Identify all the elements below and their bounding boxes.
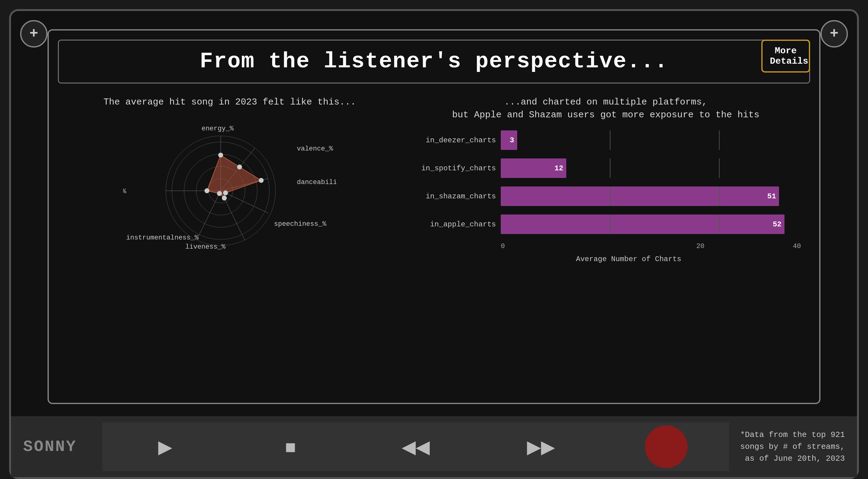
svg-text:valence_%: valence_% bbox=[297, 145, 334, 153]
svg-text:instrumentalness_%: instrumentalness_% bbox=[126, 234, 199, 242]
stop-button[interactable]: ■ bbox=[228, 422, 353, 471]
right-panel-title: ...and charted on multiple platforms, bu… bbox=[452, 96, 760, 121]
x-tick-40: 40 bbox=[793, 243, 801, 250]
controls: ▶ ■ ◀◀ ▶▶ bbox=[102, 422, 729, 471]
brand-label: SONNY bbox=[23, 438, 102, 456]
svg-point-13 bbox=[218, 153, 223, 158]
left-panel-title: The average hit song in 2023 felt like t… bbox=[104, 96, 356, 108]
bar-label-spotify: in_spotify_charts bbox=[410, 164, 496, 172]
right-panel: ...and charted on multiple platforms, bu… bbox=[410, 96, 801, 391]
bar-chart: in_deezer_charts 3 in_spotify_charts bbox=[410, 130, 801, 263]
svg-marker-12 bbox=[207, 155, 261, 198]
radar-chart: energy_% valence_% danceability_% speech… bbox=[123, 118, 337, 270]
top-right-corner-button[interactable]: + bbox=[820, 20, 848, 47]
bar-track-shazam: 51 bbox=[501, 187, 801, 206]
more-details-button[interactable]: More Details bbox=[761, 40, 810, 72]
svg-text:danceability_%: danceability_% bbox=[297, 179, 337, 186]
svg-point-19 bbox=[205, 188, 209, 193]
play-button[interactable]: ▶ bbox=[102, 422, 228, 471]
bar-row-apple: in_apple_charts 52 bbox=[410, 215, 801, 234]
title-banner: From the listener's perspective... bbox=[58, 40, 810, 84]
stop-icon: ■ bbox=[285, 436, 296, 457]
bar-fill-apple: 52 bbox=[501, 215, 784, 234]
bar-label-deezer: in_deezer_charts bbox=[410, 136, 496, 145]
bar-row-spotify: in_spotify_charts 12 bbox=[410, 158, 801, 178]
svg-point-16 bbox=[223, 190, 228, 195]
bar-track-apple: 52 bbox=[501, 215, 801, 234]
svg-point-17 bbox=[222, 196, 227, 200]
footnote: *Data from the top 921 songs by # of str… bbox=[729, 429, 845, 465]
svg-text:speechiness_%: speechiness_% bbox=[274, 220, 327, 228]
bar-row-deezer: in_deezer_charts 3 bbox=[410, 130, 801, 150]
svg-point-15 bbox=[259, 178, 264, 183]
bar-fill-shazam: 51 bbox=[501, 187, 779, 206]
svg-point-18 bbox=[217, 191, 222, 196]
bar-fill-spotify: 12 bbox=[501, 158, 566, 178]
rewind-icon: ◀◀ bbox=[402, 436, 430, 457]
record-button[interactable] bbox=[604, 422, 729, 471]
bar-label-shazam: in_shazam_charts bbox=[410, 192, 496, 200]
play-icon: ▶ bbox=[158, 436, 172, 457]
svg-text:energy_%: energy_% bbox=[202, 125, 234, 132]
fast-forward-icon: ▶▶ bbox=[527, 436, 555, 457]
rewind-button[interactable]: ◀◀ bbox=[353, 422, 478, 471]
svg-line-8 bbox=[221, 191, 268, 213]
fast-forward-button[interactable]: ▶▶ bbox=[478, 422, 604, 471]
top-left-corner-button[interactable]: + bbox=[20, 20, 48, 47]
main-frame: + + From the listener's perspective... M… bbox=[9, 9, 859, 479]
left-panel: The average hit song in 2023 felt like t… bbox=[67, 96, 392, 391]
bar-row-shazam: in_shazam_charts 51 bbox=[410, 187, 801, 206]
page-title: From the listener's perspective... bbox=[71, 49, 797, 74]
footer: SONNY ▶ ■ ◀◀ ▶▶ *Data from the top 921 s… bbox=[11, 416, 857, 477]
content-area: The average hit song in 2023 felt like t… bbox=[49, 84, 819, 403]
bar-fill-deezer: 3 bbox=[501, 130, 517, 150]
inner-frame: From the listener's perspective... More … bbox=[48, 29, 820, 404]
bar-label-apple: in_apple_charts bbox=[410, 220, 496, 228]
x-tick-20: 20 bbox=[696, 243, 704, 250]
svg-text:liveness_%: liveness_% bbox=[185, 243, 226, 251]
svg-point-14 bbox=[237, 164, 242, 169]
svg-line-10 bbox=[196, 191, 221, 240]
record-icon bbox=[645, 425, 688, 468]
x-tick-0: 0 bbox=[501, 243, 505, 250]
svg-text:acousticness_%: acousticness_% bbox=[123, 188, 126, 195]
x-axis-title: Average Number of Charts bbox=[456, 255, 801, 263]
bar-track-spotify: 12 bbox=[501, 158, 801, 178]
bar-track-deezer: 3 bbox=[501, 130, 801, 150]
